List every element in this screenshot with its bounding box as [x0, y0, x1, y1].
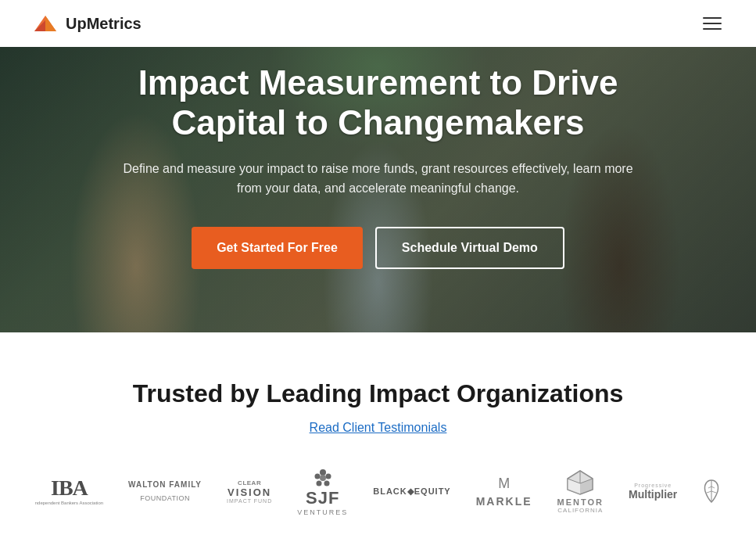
logo-iba: IBA ndependent Bankers Association — [35, 477, 103, 505]
svg-line-19 — [707, 491, 711, 493]
logos-row: IBA ndependent Bankers Association WALTO… — [31, 466, 725, 516]
hamburger-line-1 — [703, 17, 722, 19]
hero-title: Impact Measurement to Drive Capital to C… — [120, 63, 636, 142]
blackequity-text: BLACK◆EQUITY — [373, 486, 450, 497]
get-started-button[interactable]: Get Started For Free — [192, 227, 363, 269]
svg-line-20 — [711, 491, 716, 493]
clearvision-top: CLEAR — [238, 479, 261, 486]
iba-subtext: ndependent Bankers Association — [35, 501, 103, 505]
svg-point-6 — [316, 481, 321, 486]
svg-point-8 — [320, 475, 326, 481]
hero-cta-group: Get Started For Free Schedule Virtual De… — [120, 227, 636, 269]
svg-marker-2 — [45, 16, 56, 31]
logo-leaf — [702, 479, 721, 504]
navbar: UpMetrics — [0, 0, 756, 47]
logo-walton: WALTON FAMILY FOUNDATION — [128, 480, 202, 502]
walton-top: WALTON FAMILY — [128, 480, 202, 489]
logo-multiplier: Progressive Multiplier — [629, 483, 677, 501]
hamburger-menu[interactable] — [700, 14, 725, 33]
trusted-title: Trusted by Leading Impact Organizations — [31, 379, 725, 408]
svg-point-7 — [314, 474, 320, 479]
multiplier-top: Progressive — [634, 483, 672, 488]
hero-content: Impact Measurement to Drive Capital to C… — [105, 63, 652, 268]
hero-subtitle: Define and measure your impact to raise … — [120, 159, 636, 199]
logo-clearvision: CLEAR VISION IMPACT FUND — [227, 479, 272, 504]
sjf-text: SJF — [306, 488, 339, 508]
trusted-section: Trusted by Leading Impact Organizations … — [0, 332, 756, 555]
logo-mentor: MENTOR CALIFORNIA — [557, 469, 604, 514]
hero-section: Impact Measurement to Drive Capital to C… — [0, 0, 756, 332]
iba-text: IBA — [51, 477, 88, 499]
hamburger-line-2 — [703, 23, 722, 24]
logo[interactable]: UpMetrics — [31, 9, 142, 38]
leaf-icon — [702, 479, 721, 504]
logo-blackequity: BLACK◆EQUITY — [373, 486, 450, 497]
clearvision-main: VISION — [228, 486, 271, 498]
logo-sjf: SJF VENTURES — [297, 466, 348, 516]
sjf-sub: VENTURES — [297, 508, 348, 516]
svg-line-17 — [708, 486, 711, 488]
svg-line-18 — [711, 486, 715, 488]
logo-markle: M MARKLE — [476, 476, 532, 508]
schedule-demo-button[interactable]: Schedule Virtual Demo — [375, 227, 564, 269]
hamburger-line-3 — [703, 28, 722, 30]
svg-point-5 — [324, 481, 329, 486]
mentor-sub: CALIFORNIA — [557, 507, 603, 514]
testimonials-link[interactable]: Read Client Testimonials — [310, 421, 447, 435]
markle-text: MARKLE — [476, 495, 532, 508]
svg-marker-1 — [34, 20, 45, 31]
svg-point-3 — [320, 469, 326, 476]
sjf-flower-icon — [311, 466, 335, 488]
svg-point-4 — [325, 474, 331, 479]
clearvision-sub: IMPACT FUND — [227, 498, 272, 504]
logo-text: UpMetrics — [66, 15, 142, 33]
walton-bottom: FOUNDATION — [140, 494, 190, 502]
mentor-cube-icon — [564, 469, 596, 496]
upmetrics-logo-icon — [31, 9, 59, 38]
multiplier-main: Multiplier — [629, 488, 677, 501]
markle-icon: M — [498, 476, 510, 492]
mentor-text: MENTOR — [557, 497, 604, 507]
